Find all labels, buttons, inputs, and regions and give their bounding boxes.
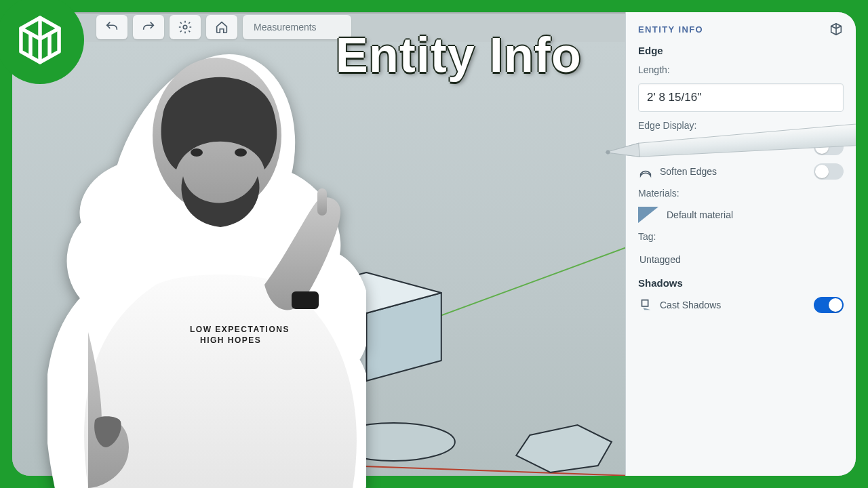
tag-label: Tag: xyxy=(638,231,844,242)
model-viewport[interactable] xyxy=(12,42,632,476)
smooth-edges-row: Smooth Edges xyxy=(638,139,844,155)
svg-point-16 xyxy=(332,423,455,461)
entity-type: Edge xyxy=(638,45,844,56)
material-row[interactable]: Default material xyxy=(638,207,844,223)
tag-value-field[interactable]: Untagged xyxy=(638,250,844,269)
smooth-edges-toggle[interactable] xyxy=(814,139,844,155)
material-name: Default material xyxy=(667,209,733,220)
smooth-edges-icon xyxy=(638,140,653,155)
soften-edges-row: Soften Edges xyxy=(638,163,844,180)
edge-display-label: Edge Display: xyxy=(638,120,844,131)
cast-shadows-label: Cast Shadows xyxy=(660,300,721,310)
cube-icon[interactable] xyxy=(829,22,844,37)
length-value: 2' 8 15/16" xyxy=(647,91,701,104)
materials-label: Materials: xyxy=(638,188,844,199)
cast-shadows-toggle[interactable] xyxy=(814,297,844,313)
material-swatch-icon xyxy=(638,207,658,223)
shadows-heading: Shadows xyxy=(638,277,844,289)
cast-shadows-icon xyxy=(638,298,653,312)
soften-edges-label: Soften Edges xyxy=(660,166,717,177)
length-input[interactable]: 2' 8 15/16" xyxy=(638,83,844,112)
soften-edges-toggle[interactable] xyxy=(814,163,844,180)
cast-shadows-row: Cast Shadows xyxy=(638,297,844,313)
tag-value: Untagged xyxy=(639,254,681,265)
ipad-frame: Measurements xyxy=(12,12,856,476)
svg-marker-17 xyxy=(516,425,612,472)
panel-title: ENTITY INFO xyxy=(638,24,703,35)
length-label: Length: xyxy=(638,64,844,75)
entity-info-panel: ENTITY INFO Edge Length: 2' 8 15/16" Edg… xyxy=(625,12,856,476)
smooth-edges-label: Smooth Edges xyxy=(660,142,722,152)
soften-edges-icon xyxy=(638,164,653,179)
